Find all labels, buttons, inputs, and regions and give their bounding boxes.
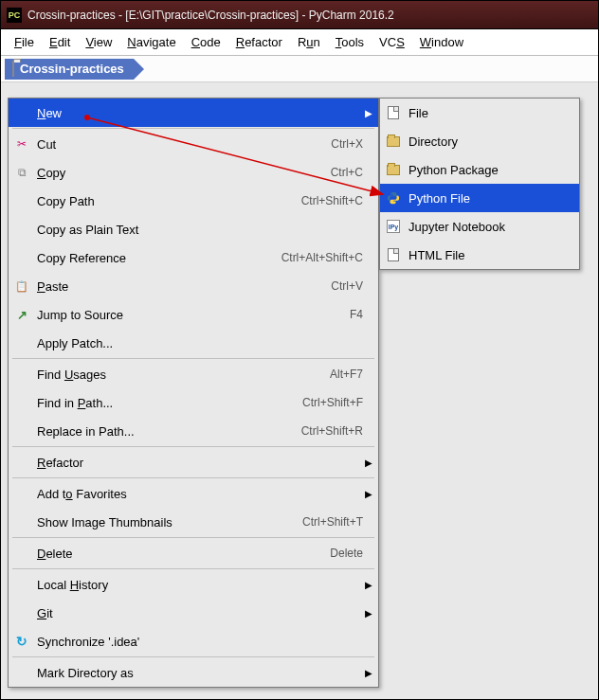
shortcut: Delete [330,547,369,560]
separator [12,568,374,569]
shortcut: Ctrl+Shift+F [302,396,369,409]
submenu-item-label: File [408,106,428,120]
separator [12,537,374,538]
folder-icon [12,62,14,76]
menu-item-synchronize-idea-[interactable]: Synchronize '.idea' [9,627,378,655]
menu-item-label: Add to Favorites [37,487,369,501]
menu-item-label: Local History [37,578,369,592]
menu-file[interactable]: File [7,31,42,53]
menu-item-find-usages[interactable]: Find UsagesAlt+F7 [9,360,378,388]
folder-icon [386,162,401,177]
submenu-item-python-file[interactable]: Python File [380,184,579,212]
menu-item-find-in-path-[interactable]: Find in Path...Ctrl+Shift+F [9,388,378,417]
file-icon [386,247,401,262]
menu-item-copy[interactable]: CopyCtrl+C [9,158,378,187]
menu-item-label: Jump to Source [37,308,350,322]
menu-item-label: Paste [37,279,331,294]
submenu-item-file[interactable]: File [380,99,579,127]
shortcut: Ctrl+Shift+T [302,515,369,529]
shortcut: Ctrl+V [331,279,369,293]
menu-item-label: Copy as Plain Text [37,223,369,237]
menu-window[interactable]: Window [412,31,471,53]
separator [12,446,374,447]
menu-run[interactable]: Run [290,31,328,53]
submenu-arrow-icon: ▶ [365,668,372,678]
app-icon: PC [7,8,22,23]
new-submenu: FileDirectoryPython PackagePython FileIP… [379,98,580,270]
submenu-item-directory[interactable]: Directory [380,127,579,155]
menu-item-label: Show Image Thumbnails [37,515,302,529]
submenu-arrow-icon: ▶ [365,458,372,468]
sync-icon [14,634,29,649]
menu-item-label: Copy Reference [37,251,281,265]
menu-item-label: New [37,106,369,120]
menu-tools[interactable]: Tools [328,31,372,53]
menu-item-new[interactable]: New▶ [9,99,378,127]
paste-icon [14,278,29,294]
menu-vcs[interactable]: VCS [372,31,412,53]
menu-item-label: Copy Path [37,194,301,208]
menu-item-label: Git [37,606,369,620]
submenu-arrow-icon: ▶ [365,108,372,118]
menu-item-replace-in-path-[interactable]: Replace in Path...Ctrl+Shift+R [9,417,378,445]
submenu-item-jupyter-notebook[interactable]: IPyJupyter Notebook [380,212,579,241]
separator [12,358,374,359]
submenu-arrow-icon: ▶ [365,489,372,499]
menu-item-cut[interactable]: CutCtrl+X [9,130,378,158]
menu-item-refactor[interactable]: Refactor▶ [9,448,378,476]
breadcrumb[interactable]: Crossin-practices [5,59,134,80]
menu-item-add-to-favorites[interactable]: Add to Favorites▶ [9,479,378,508]
scissors-icon [14,136,29,152]
context-menu: New▶CutCtrl+XCopyCtrl+CCopy PathCtrl+Shi… [8,98,379,688]
jump-icon [14,307,29,322]
menu-item-local-history[interactable]: Local History▶ [9,570,378,599]
folder-icon [386,134,401,149]
menu-item-label: Copy [37,166,331,180]
menu-item-label: Cut [37,137,331,152]
shortcut: Alt+F7 [330,368,369,381]
menu-item-label: Mark Directory as [37,666,369,680]
shortcut: Ctrl+Shift+R [301,424,369,438]
window-title: Crossin-practices - [E:\GIT\practice\Cro… [27,9,394,22]
menu-code[interactable]: Code [184,31,228,53]
menu-item-label: Synchronize '.idea' [37,635,369,649]
menu-item-label: Find in Path... [37,396,302,410]
menu-item-delete[interactable]: DeleteDelete [9,539,378,567]
submenu-item-label: Python File [408,191,470,206]
breadcrumb-label: Crossin-practices [20,62,124,76]
separator [12,128,374,129]
submenu-item-label: Jupyter Notebook [408,220,505,234]
separator [12,477,374,478]
separator [12,656,374,657]
menu-item-jump-to-source[interactable]: Jump to SourceF4 [9,300,378,329]
menu-item-label: Delete [37,547,330,561]
menu-refactor[interactable]: Refactor [228,31,290,53]
menu-item-copy-path[interactable]: Copy PathCtrl+Shift+C [9,187,378,215]
submenu-item-label: Directory [408,135,458,149]
shortcut: Ctrl+C [331,166,369,179]
shortcut: Ctrl+X [331,137,369,151]
submenu-arrow-icon: ▶ [365,580,372,590]
shortcut: Ctrl+Alt+Shift+C [281,251,369,264]
submenu-item-python-package[interactable]: Python Package [380,155,579,184]
menu-item-mark-directory-as[interactable]: Mark Directory as▶ [9,658,378,687]
shortcut: Ctrl+Shift+C [301,194,369,207]
menu-item-copy-reference[interactable]: Copy ReferenceCtrl+Alt+Shift+C [9,243,378,272]
copy-icon [14,165,29,180]
menu-item-apply-patch-[interactable]: Apply Patch... [9,329,378,357]
shortcut: F4 [350,308,369,321]
submenu-item-html-file[interactable]: HTML File [380,241,579,269]
titlebar[interactable]: PC Crossin-practices - [E:\GIT\practice\… [1,1,598,29]
py-icon [386,190,401,206]
menu-item-label: Apply Patch... [37,336,369,350]
jp-icon: IPy [386,219,401,234]
menu-item-paste[interactable]: PasteCtrl+V [9,272,378,300]
menu-item-show-image-thumbnails[interactable]: Show Image ThumbnailsCtrl+Shift+T [9,508,378,536]
menu-view[interactable]: View [78,31,119,53]
menu-edit[interactable]: Edit [42,31,78,53]
submenu-arrow-icon: ▶ [365,608,372,619]
menu-navigate[interactable]: Navigate [119,31,183,53]
menu-item-git[interactable]: Git▶ [9,599,378,627]
breadcrumb-bar: Crossin-practices [1,56,598,82]
menu-item-copy-as-plain-text[interactable]: Copy as Plain Text [9,215,378,243]
